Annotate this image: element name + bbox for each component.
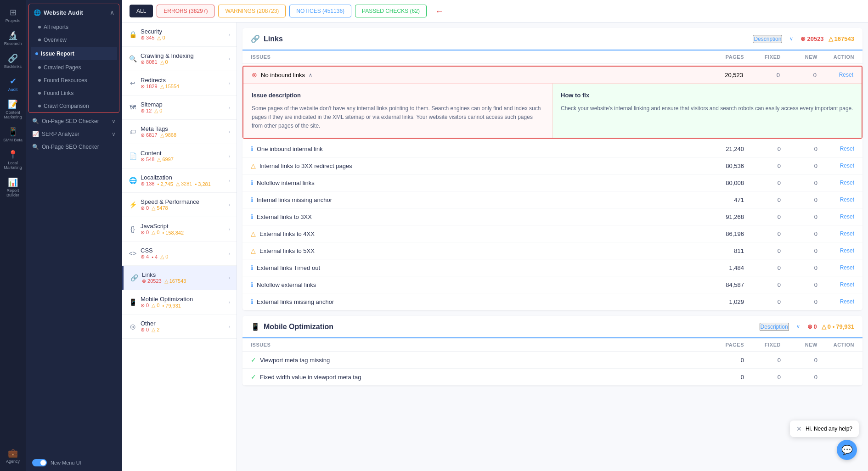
issue-row[interactable]: △External links to 5XX 811 0 0 Reset xyxy=(242,242,862,259)
sidebar-serp-analyzer[interactable]: 📈 SERP Analyzer ∨ xyxy=(26,128,122,140)
links-icon: 🔗 xyxy=(130,274,138,281)
sidebar-issue-report[interactable]: Issue Report xyxy=(31,47,117,60)
category-security[interactable]: 🔒 Security ⊗ 345 △ 0 › xyxy=(122,22,237,47)
category-metatags[interactable]: 🏷 Meta Tags ⊗ 6817 △ 9868 › xyxy=(122,120,237,144)
sidebar-collapse-btn[interactable]: ∧ xyxy=(110,9,114,16)
expanded-reset-btn[interactable]: Reset xyxy=(817,72,853,78)
mobile-section: 📱 Mobile Optimization Description ∨ ⊗ 0 xyxy=(242,316,862,386)
expanded-issue-header[interactable]: ⊗ No inbound links ∧ 20,523 0 0 Reset xyxy=(243,67,862,83)
reset-btn-3[interactable]: Reset xyxy=(817,179,854,186)
checker-icon: 🔍 xyxy=(32,144,39,150)
links-chevron-desc: ∨ xyxy=(789,36,793,42)
issue-row[interactable]: ℹOne inbound internal link 21,240 0 0 Re… xyxy=(242,140,862,157)
nav-smm[interactable]: 📱 SMM Beta xyxy=(0,123,26,146)
issue-row[interactable]: ℹNofollow internal links 80,008 0 0 Rese… xyxy=(242,174,862,191)
nav-audit[interactable]: ✔ Audit xyxy=(0,73,26,95)
category-links[interactable]: → 🔗 Links ⊗ 20523 △ 167543 › xyxy=(122,266,237,290)
sidebar-crawled-pages[interactable]: Crawled Pages xyxy=(29,61,119,74)
sidebar-all-reports[interactable]: All reports xyxy=(29,21,119,34)
nav-local[interactable]: 📍 Local Marketing xyxy=(0,146,26,174)
sidebar-onpage-checker[interactable]: 🔍 On-Page SEO Checker xyxy=(26,140,122,153)
category-other[interactable]: ◎ Other ⊗ 0 △ 2 › xyxy=(122,314,237,339)
category-javascript[interactable]: {} JavaScript ⊗ 0 △ 0 • 158,842 › xyxy=(122,217,237,241)
reset-btn-6[interactable]: Reset xyxy=(817,230,854,237)
new-menu-toggle[interactable] xyxy=(32,459,47,466)
mobile-badges: ⊗ 0 △ 0 • 79,931 xyxy=(141,303,193,308)
reset-btn-1[interactable]: Reset xyxy=(817,146,854,152)
warn-icon: △ xyxy=(251,162,256,169)
mobile-warn: △ 0 xyxy=(152,303,159,308)
sidebar-found-links[interactable]: Found Links xyxy=(29,87,119,100)
nav-report[interactable]: 📊 Report Builder xyxy=(0,174,26,201)
issue-row[interactable]: ✓Viewport meta tag missing 0 0 0 xyxy=(242,352,862,369)
issue-row[interactable]: ✓Fixed width value in viewport meta tag … xyxy=(242,369,862,386)
nav-agency[interactable]: 💼 Agency xyxy=(0,444,26,467)
redirects-warn: △ 15554 xyxy=(160,84,180,90)
sidebar-found-resources[interactable]: Found Resources xyxy=(29,74,119,87)
mobile-description-btn[interactable]: Description xyxy=(760,323,789,331)
nav-content[interactable]: 📝 Content Marketing xyxy=(0,95,26,123)
expanded-fixed: 0 xyxy=(743,72,780,78)
filter-errors-btn[interactable]: ERRORS (38297) xyxy=(157,5,214,17)
issue-row[interactable]: ℹExternal links missing anchor 1,029 0 0… xyxy=(242,293,862,310)
crawling-chevron: › xyxy=(229,56,230,62)
issue-row[interactable]: ℹInternal links missing anchor 471 0 0 R… xyxy=(242,191,862,208)
issue-row[interactable]: △Internal links to 3XX redirect pages 80… xyxy=(242,157,862,174)
mobile-name: Mobile Optimization xyxy=(141,296,193,303)
reset-btn-4[interactable]: Reset xyxy=(817,196,854,203)
content-name: Content xyxy=(141,150,174,157)
reset-btn-2[interactable]: Reset xyxy=(817,163,854,169)
links-description-btn[interactable]: Description xyxy=(753,35,782,43)
links-name: Links xyxy=(142,271,186,278)
reset-btn-10[interactable]: Reset xyxy=(817,298,854,305)
chevron-down-icon: ∨ xyxy=(112,118,116,124)
issue-row[interactable]: ℹNofollow external links 84,587 0 0 Rese… xyxy=(242,276,862,293)
nav-projects[interactable]: ⊞ Projects xyxy=(0,4,26,27)
issue-row[interactable]: ℹExternal links to 3XX 91,268 0 0 Reset xyxy=(242,208,862,225)
category-css[interactable]: <> CSS ⊗ 4 • 4 △ 0 › xyxy=(122,241,237,266)
reset-btn-9[interactable]: Reset xyxy=(817,281,854,288)
links-warn: △ 167543 xyxy=(164,278,186,284)
category-mobile[interactable]: 📱 Mobile Optimization ⊗ 0 △ 0 • 79,931 › xyxy=(122,290,237,314)
category-redirects[interactable]: ↩ Redirects ⊗ 1829 △ 15554 › xyxy=(122,71,237,95)
sidebar-crawl-comparison[interactable]: Crawl Comparison xyxy=(29,100,119,112)
nav-research[interactable]: 🔬 Research xyxy=(0,27,26,50)
issue-row[interactable]: ℹExternal links Timed out 1,484 0 0 Rese… xyxy=(242,259,862,276)
javascript-new: • 158,842 xyxy=(162,230,184,236)
audit-icon: ✔ xyxy=(10,76,17,86)
category-content[interactable]: 📄 Content ⊗ 548 △ 6997 › xyxy=(122,144,237,168)
filter-all-btn[interactable]: ALL xyxy=(130,5,153,17)
warn-icon: △ xyxy=(251,230,256,237)
dot-icon xyxy=(38,79,41,82)
category-localization[interactable]: 🌐 Localization ⊗ 138 • 2,745 △ 3281 • 3,… xyxy=(122,168,237,193)
issue-fix: How to fix Check your website's internal… xyxy=(552,84,862,138)
nav-smm-label: SMM Beta xyxy=(3,138,23,142)
speed-badges: ⊗ 0 △ 5478 xyxy=(141,205,199,211)
reset-btn-8[interactable]: Reset xyxy=(817,264,854,271)
mobile-count-badges: ⊗ 0 △ 0 • 79,931 xyxy=(807,323,854,330)
category-crawling[interactable]: 🔍 Crawling & Indexing ⊗ 8081 △ 0 › xyxy=(122,47,237,71)
content-area: 🔒 Security ⊗ 345 △ 0 › 🔍 Craw xyxy=(122,22,868,471)
reset-btn-7[interactable]: Reset xyxy=(817,247,854,254)
filter-passed-btn[interactable]: PASSED CHECKS (62) xyxy=(355,5,427,17)
nav-backlinks[interactable]: 🔗 Backlinks xyxy=(0,50,26,73)
chat-tooltip: ✕ Hi. Need any help? xyxy=(790,421,859,437)
issue-row[interactable]: △External links to 4XX 86,196 0 0 Reset xyxy=(242,225,862,242)
links-error-count: ⊗ 20523 xyxy=(800,35,823,42)
sidebar-overview[interactable]: Overview xyxy=(29,34,119,46)
agency-icon: 💼 xyxy=(8,448,18,458)
speed-chevron: › xyxy=(229,202,230,207)
chat-bubble[interactable]: 💬 xyxy=(837,440,857,460)
reset-btn-5[interactable]: Reset xyxy=(817,213,854,220)
close-icon[interactable]: ✕ xyxy=(796,425,802,432)
category-speed[interactable]: ⚡ Speed & Performance ⊗ 0 △ 5478 › xyxy=(122,193,237,217)
links-error: ⊗ 20523 xyxy=(142,278,162,284)
sidebar-onpage-seo[interactable]: 🔍 On-Page SEO Checker ∨ xyxy=(26,115,122,128)
filter-warnings-btn[interactable]: WARNINGS (208723) xyxy=(218,5,286,17)
redirects-name: Redirects xyxy=(141,77,179,84)
sitemap-error: ⊗ 12 xyxy=(141,108,152,114)
category-sitemap[interactable]: 🗺 Sitemap ⊗ 12 △ 0 › xyxy=(122,95,237,120)
filter-notices-btn[interactable]: NOTICES (451136) xyxy=(289,5,351,17)
javascript-badges: ⊗ 0 △ 0 • 158,842 xyxy=(141,230,184,236)
redirects-badges: ⊗ 1829 △ 15554 xyxy=(141,84,179,90)
